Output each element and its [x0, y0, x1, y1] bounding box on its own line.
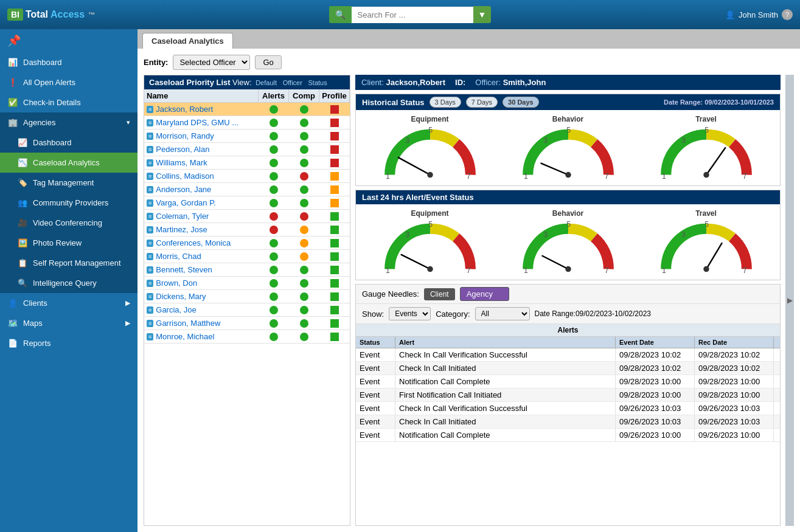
caseload-row[interactable]: ≡ Morris, Chad — [144, 250, 350, 263]
show-select[interactable]: Events Alerts Both — [389, 307, 431, 320]
sidebar-item-community-providers[interactable]: 👥 Community Providers — [0, 193, 137, 213]
caseload-name[interactable]: Coleman, Tyler — [156, 212, 209, 221]
user-area: 👤 John Smith ? — [725, 9, 793, 20]
sidebar-item-agencies[interactable]: 🏢 Agencies ▾ — [0, 112, 137, 133]
sidebar-item-clients[interactable]: 👤 Clients ▶ — [0, 293, 137, 313]
caseload-row[interactable]: ≡ Coleman, Tyler — [144, 210, 350, 223]
list-icon[interactable]: ≡ — [147, 253, 153, 260]
day-btn-3[interactable]: 3 Days — [430, 97, 461, 108]
caseload-row[interactable]: ≡ Anderson, Jane — [144, 183, 350, 196]
alert-scroll-spacer — [774, 362, 780, 375]
list-icon[interactable]: ≡ — [147, 226, 153, 233]
list-icon[interactable]: ≡ — [147, 106, 153, 113]
list-icon[interactable]: ≡ — [147, 213, 153, 220]
comp-dot — [300, 212, 308, 221]
username[interactable]: John Smith — [739, 10, 778, 19]
caseload-name[interactable]: Williams, Mark — [156, 158, 207, 167]
list-icon[interactable]: ≡ — [147, 306, 153, 314]
needle-client-button[interactable]: Client — [424, 288, 455, 300]
caseload-name[interactable]: Bennett, Steven — [156, 265, 212, 274]
list-icon[interactable]: ≡ — [147, 119, 153, 126]
sidebar-item-all-open-alerts[interactable]: ❗ All Open Alerts — [0, 72, 137, 92]
sidebar-item-dashboard[interactable]: 📊 Dashboard — [0, 52, 137, 72]
sidebar-item-video-conferencing[interactable]: 🎥 Video Conferencing — [0, 213, 137, 233]
caseload-row[interactable]: ≡ Collins, Madison — [144, 170, 350, 183]
caseload-row[interactable]: ≡ Garrison, Matthew — [144, 317, 350, 330]
list-icon[interactable]: ≡ — [147, 186, 153, 193]
search-dropdown-button[interactable]: ▼ — [473, 6, 492, 23]
caseload-name[interactable]: Conferences, Monica — [156, 238, 231, 247]
sidebar-item-tag-management[interactable]: 🏷️ Tag Management — [0, 173, 137, 193]
search-input[interactable] — [352, 7, 473, 23]
day-btn-7[interactable]: 7 Days — [466, 97, 498, 108]
caseload-name[interactable]: Morris, Chad — [156, 252, 201, 261]
sidebar-item-photo-review[interactable]: 🖼️ Photo Review — [0, 233, 137, 253]
profile-square — [330, 185, 339, 194]
caseload-row[interactable]: ≡ Varga, Gordan P. — [144, 196, 350, 210]
sidebar-item-caseload-analytics[interactable]: 📉 Caseload Analytics — [0, 153, 137, 173]
caseload-name[interactable]: Anderson, Jane — [156, 185, 211, 194]
view-status[interactable]: Status — [308, 79, 327, 86]
caseload-name[interactable]: Morrison, Randy — [156, 131, 214, 140]
caseload-row[interactable]: ≡ Brown, Don — [144, 277, 350, 290]
alert-status: Event — [356, 402, 395, 415]
caseload-name[interactable]: Maryland DPS, GMU ... — [156, 118, 238, 127]
svg-text:5: 5 — [566, 220, 571, 229]
caseload-row[interactable]: ≡ Maryland DPS, GMU ... — [144, 116, 350, 130]
list-icon[interactable]: ≡ — [147, 320, 153, 327]
list-icon[interactable]: ≡ — [147, 240, 153, 247]
sidebar-item-dashboard-sub[interactable]: 📈 Dashboard — [0, 133, 137, 153]
caseload-row[interactable]: ≡ Garcia, Joe — [144, 303, 350, 317]
sidebar-item-check-in[interactable]: ✅ Check-in Details — [0, 92, 137, 112]
caseload-row[interactable]: ≡ Pederson, Alan — [144, 143, 350, 156]
list-icon[interactable]: ≡ — [147, 333, 153, 340]
sidebar-label-dashboard-sub: Dashboard — [33, 138, 72, 147]
entity-select[interactable]: Selected Officer All Officers My Agency — [173, 55, 250, 70]
list-icon[interactable]: ≡ — [147, 133, 153, 140]
needle-agency-button[interactable]: Agency — [460, 287, 509, 301]
caseload-name[interactable]: Brown, Don — [156, 278, 197, 288]
caseload-row[interactable]: ≡ Jackson, Robert — [144, 103, 350, 116]
pin-icon[interactable]: 📌 — [0, 29, 137, 52]
caseload-name[interactable]: Dickens, Mary — [156, 292, 206, 301]
category-select[interactable]: All Equipment Behavior Travel — [475, 307, 530, 320]
caseload-name[interactable]: Garcia, Joe — [156, 305, 196, 314]
alert-status: Event — [356, 429, 395, 441]
day-btn-30[interactable]: 30 Days — [503, 97, 539, 108]
sidebar-item-maps[interactable]: 🗺️ Maps ▶ — [0, 313, 137, 333]
go-button[interactable]: Go — [255, 55, 281, 69]
caseload-row[interactable]: ≡ Bennett, Steven — [144, 263, 350, 277]
help-icon[interactable]: ? — [782, 9, 793, 20]
list-icon[interactable]: ≡ — [147, 199, 153, 207]
agencies-chevron: ▾ — [127, 119, 130, 126]
sidebar-item-reports[interactable]: 📄 Reports — [0, 333, 137, 353]
caseload-name[interactable]: Martinez, Jose — [156, 225, 207, 234]
list-icon[interactable]: ≡ — [147, 280, 153, 287]
caseload-name[interactable]: Jackson, Robert — [156, 105, 213, 114]
list-icon[interactable]: ≡ — [147, 266, 153, 274]
search-button[interactable]: 🔍 — [329, 6, 352, 23]
caseload-name[interactable]: Monroe, Michael — [156, 332, 214, 341]
caseload-name[interactable]: Pederson, Alan — [156, 145, 209, 154]
sidebar-item-intelligence[interactable]: 🔍 Intelligence Query — [0, 273, 137, 293]
view-default[interactable]: Default — [256, 79, 277, 86]
caseload-row[interactable]: ≡ Martinez, Jose — [144, 223, 350, 237]
caseload-name[interactable]: Varga, Gordan P. — [156, 198, 216, 207]
caseload-row[interactable]: ≡ Monroe, Michael — [144, 330, 350, 344]
list-icon[interactable]: ≡ — [147, 159, 153, 167]
caseload-row[interactable]: ≡ Williams, Mark — [144, 156, 350, 170]
caseload-name[interactable]: Collins, Madison — [156, 171, 214, 181]
view-officer[interactable]: Officer — [283, 79, 302, 86]
caseload-row[interactable]: ≡ Conferences, Monica — [144, 237, 350, 250]
caseload-row[interactable]: ≡ Morrison, Randy — [144, 130, 350, 143]
alert-scroll-spacer — [774, 415, 780, 428]
tab-caseload-analytics[interactable]: Caseload Analytics — [142, 33, 233, 49]
caseload-row[interactable]: ≡ Dickens, Mary — [144, 290, 350, 303]
caseload-name[interactable]: Garrison, Matthew — [156, 319, 220, 328]
right-collapse-button[interactable]: ▶ — [785, 75, 794, 526]
show-label: Show: — [362, 309, 384, 319]
list-icon[interactable]: ≡ — [147, 146, 153, 153]
list-icon[interactable]: ≡ — [147, 173, 153, 180]
list-icon[interactable]: ≡ — [147, 293, 153, 300]
sidebar-item-self-report[interactable]: 📋 Self Report Management — [0, 253, 137, 273]
